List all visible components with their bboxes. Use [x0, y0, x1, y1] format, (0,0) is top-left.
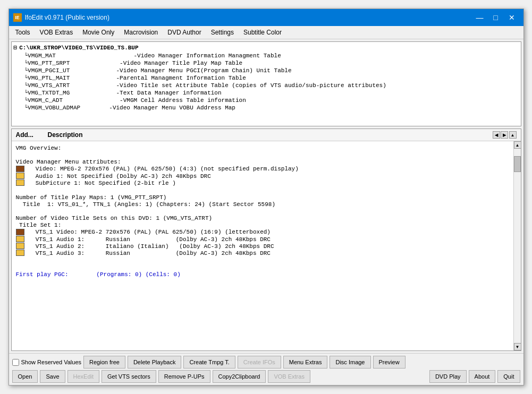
show-reserved-checkbox-label[interactable]: Show Reserved Values [12, 359, 82, 366]
title-set-label: Title Set 1: [16, 222, 509, 228]
menu-macrovision[interactable]: Macrovision [120, 27, 162, 38]
vertical-scrollbar[interactable]: ▲ ▼ [513, 141, 521, 350]
menu-vob-extras[interactable]: VOB Extras [36, 27, 78, 38]
menu-movie-only[interactable]: Movie Only [78, 27, 119, 38]
tree-item[interactable]: └VMG_VTS_ATRT -Video Title set Attribute… [24, 82, 519, 89]
film2-icon [16, 229, 24, 235]
tree-item[interactable]: └VMG_TXTDT_MG -Text Data Manager informa… [24, 89, 519, 97]
show-reserved-label: Show Reserved Values [21, 359, 82, 365]
audio-icon2 [16, 179, 24, 186]
vmg-overview-label: VMG Overview: [16, 145, 509, 151]
col-desc-label: Description [48, 131, 493, 139]
film-icon [16, 166, 24, 172]
blank-line5 [16, 264, 509, 271]
tree-item[interactable]: └VMGM_C_ADT -VMGM Cell Address Table inf… [24, 97, 519, 104]
scroll-down-btn[interactable]: ▼ [514, 343, 521, 350]
content-panel: Add... Description ◀ ▶ ▲ VMG Overview: V… [11, 129, 521, 351]
menu-dvd-author[interactable]: DVD Author [163, 27, 205, 38]
delete-playback-button[interactable]: Delete Playback [128, 356, 182, 369]
get-vts-sectors-button[interactable]: Get VTS sectors [102, 370, 156, 383]
tree-root[interactable]: ⊟ C:\UKR_STROP\VIDEO_TS\VIDEO_TS.BUP [14, 44, 519, 51]
blank-line3 [16, 208, 509, 215]
vts-audio2-icon [16, 243, 24, 249]
window-controls: — □ ✕ [472, 12, 519, 23]
create-tmpg-button[interactable]: Create Tmpg T. [183, 356, 235, 369]
maximize-button[interactable]: □ [488, 12, 503, 23]
menu-tools[interactable]: Tools [11, 27, 35, 38]
bottom-row-2: Open Save HexEdit Get VTS sectors Remove… [12, 370, 520, 383]
title-maps-label: Number of Title Play Maps: 1 (VMG_PTT_SR… [16, 194, 509, 201]
remove-pups-button[interactable]: Remove P-UPs [158, 370, 210, 383]
tree-item[interactable]: └VMGM_PGCI_UT -Video Manager Menu PGCI(P… [24, 67, 519, 74]
bottom-bar: Show Reserved Values Region free Delete … [9, 353, 523, 385]
scroll-up-arrow[interactable]: ▲ [509, 131, 517, 139]
hexedit-button[interactable]: HexEdit [67, 370, 100, 383]
tree-item[interactable]: └VMGM_VOBU_ADMAP -Video Manager Menu VOB… [24, 104, 519, 112]
about-button[interactable]: About [469, 370, 496, 383]
vts-video-text: VTS_1 Video: MPEG-2 720x576 (PAL) (PAL 6… [29, 229, 271, 235]
tree-root-path: C:\UKR_STROP\VIDEO_TS\VIDEO_TS.BUP [19, 45, 138, 51]
quit-button[interactable]: Quit [497, 370, 520, 383]
app-icon: IE [13, 13, 22, 22]
copy2clipboard-button[interactable]: Copy2Clipboard [213, 370, 266, 383]
tree-item[interactable]: └VMG_PTT_SRPT -Video Manager Title Play … [24, 59, 519, 67]
video-attr-text: Video: MPEG-2 720x576 (PAL) (PAL 625/50)… [29, 166, 299, 172]
region-free-button[interactable]: Region free [83, 356, 125, 369]
preview-button[interactable]: Preview [373, 356, 406, 369]
vmg-menu-attr-label: Video Manager Menu attributes: [16, 159, 509, 165]
tree-item[interactable]: └VMG_PTL_MAIT -Parental Managment Inform… [24, 74, 519, 82]
content-body: VMG Overview: Video Manager Menu attribu… [12, 141, 513, 350]
vts-audio1-icon [16, 236, 24, 242]
collapse-icon: ⊟ [14, 44, 18, 51]
scroll-left-arrow[interactable]: ◀ [493, 131, 500, 139]
vts-count-label: Number of Video Title Sets on this DVD: … [16, 215, 509, 221]
save-button[interactable]: Save [40, 370, 65, 383]
vob-extras-button[interactable]: VOB Extras [268, 370, 310, 383]
blank-line2 [16, 187, 509, 194]
menu-extras-button[interactable]: Menu Extras [283, 356, 328, 369]
col-add-label[interactable]: Add... [16, 131, 48, 139]
menu-bar: Tools VOB Extras Movie Only Macrovision … [9, 26, 523, 39]
tree-item[interactable]: └VMGM_MAT -Video Manager Information Man… [24, 52, 519, 59]
menu-settings[interactable]: Settings [207, 27, 238, 38]
close-button[interactable]: ✕ [504, 12, 519, 23]
menu-subtitle-color[interactable]: Subtitle Color [239, 27, 286, 38]
bottom-row-1: Show Reserved Values Region free Delete … [12, 356, 520, 369]
open-button[interactable]: Open [12, 370, 38, 383]
audio-attr-text: Audio 1: Not Specified (Dolby AC-3) 2ch … [29, 173, 211, 187]
vts-audio3-icon [16, 250, 24, 256]
show-reserved-checkbox[interactable] [12, 359, 19, 366]
title-bar: IE IfoEdit v0.971 (Public version) — □ ✕ [9, 9, 523, 26]
minimize-button[interactable]: — [472, 12, 487, 23]
vts-audio-texts: VTS_1 Audio 1: Russian (Dolby AC-3) 2ch … [29, 236, 274, 257]
content-header: Add... Description ◀ ▶ ▲ [12, 129, 521, 141]
first-play-pgc: First play PGC: (Programs: 0) (Cells: 0) [16, 271, 509, 278]
blank-line4 [16, 258, 509, 264]
window-title: IfoEdit v0.971 (Public version) [25, 14, 472, 21]
scroll-up-btn[interactable]: ▲ [514, 141, 521, 149]
audio-icon [16, 173, 24, 179]
dvd-play-button[interactable]: DVD Play [429, 370, 467, 383]
title-info: Title 1: VTS_01_*, TTN_1 (Angles: 1) (Ch… [16, 201, 509, 208]
main-window: IE IfoEdit v0.971 (Public version) — □ ✕… [9, 8, 524, 386]
tree-panel[interactable]: ⊟ C:\UKR_STROP\VIDEO_TS\VIDEO_TS.BUP └VM… [11, 41, 521, 126]
scroll-right-arrow[interactable]: ▶ [501, 131, 508, 139]
blank-line [16, 152, 509, 158]
create-ifos-button[interactable]: Create IFOs [238, 356, 281, 369]
tree-children: └VMGM_MAT -Video Manager Information Man… [14, 52, 519, 112]
scrollbar-thumb[interactable] [514, 156, 521, 172]
disc-image-button[interactable]: Disc Image [330, 356, 370, 369]
